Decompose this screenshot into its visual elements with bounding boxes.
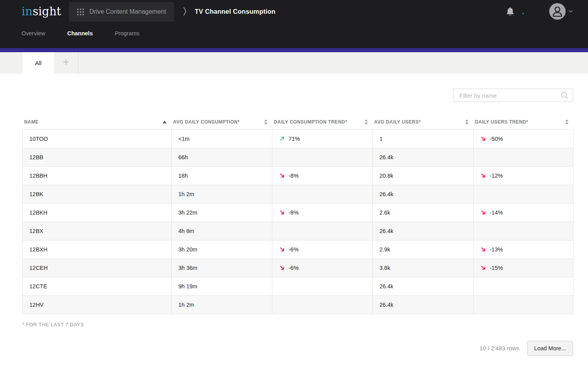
table-row[interactable]: 12CTE9h 19m26.4k xyxy=(23,277,573,295)
logo[interactable]: insight xyxy=(22,6,61,17)
table-row[interactable]: 12HV1h 2m26.4k xyxy=(23,295,573,314)
search-icon xyxy=(561,91,569,100)
trend-indicator: -14% xyxy=(480,209,569,216)
rows-count: 10 / 2'483 rows xyxy=(479,345,519,351)
trend-down-icon xyxy=(279,246,285,252)
trend-indicator: -6% xyxy=(279,246,368,253)
cell-avg-daily-consumption: 18h xyxy=(172,166,272,185)
column-label: AVG DAILY CONSUMPTION* xyxy=(173,119,240,125)
cell-daily-users-trend: -14% xyxy=(474,203,573,222)
cell-daily-users-trend: -12% xyxy=(474,166,573,185)
cell-daily-users-trend xyxy=(474,222,573,240)
table-row[interactable]: 12BXH3h 20m-6%2.9k-13% xyxy=(23,240,573,258)
cell-daily-users-trend xyxy=(474,295,573,314)
column-label: AVG DAILY USERS* xyxy=(374,119,421,125)
accent-bar xyxy=(0,48,588,52)
table-row[interactable]: 12BK1h 2m26.4k xyxy=(23,185,573,203)
cell-daily-users-trend xyxy=(474,185,573,203)
column-label: DAILY CONSUMPTION TREND* xyxy=(274,119,347,125)
cell-name: 12CTE xyxy=(23,277,172,295)
cell-name: 12BXH xyxy=(23,240,172,258)
cell-name: 12BKH xyxy=(23,203,172,222)
trend-indicator: -50% xyxy=(480,136,569,142)
table-row[interactable]: 10TOO<1m71%1-50% xyxy=(23,129,573,148)
cell-daily-consumption-trend: -8% xyxy=(272,166,373,185)
load-more-button[interactable]: Load More... xyxy=(527,341,573,356)
cell-daily-users-trend: -13% xyxy=(474,240,573,258)
main-content: NAMEAVG DAILY CONSUMPTION*DAILY CONSUMPT… xyxy=(0,89,588,356)
table-row[interactable]: 12BB66h26.4k xyxy=(23,148,573,166)
cell-name: 12BX xyxy=(23,222,172,240)
app-switcher-button[interactable]: Drive Content Management xyxy=(69,2,174,22)
cell-daily-consumption-trend xyxy=(272,185,373,203)
cell-avg-daily-users: 26.4k xyxy=(373,148,474,166)
column-header-name[interactable]: NAME xyxy=(23,115,172,129)
filter-input[interactable] xyxy=(454,89,573,102)
sort-asc-icon[interactable] xyxy=(163,120,167,123)
trend-down-icon xyxy=(480,173,486,178)
cell-avg-daily-users: 26.4k xyxy=(373,277,474,295)
sort-toggle-icon[interactable] xyxy=(565,119,568,124)
table-row[interactable]: 12BX4h 8m26.4k xyxy=(23,222,573,240)
cell-avg-daily-consumption: 1h 2m xyxy=(172,185,272,203)
logo-prefix: in xyxy=(22,5,33,18)
add-tab-button[interactable]: + xyxy=(54,52,78,74)
nav-item-overview[interactable]: Overview xyxy=(22,30,45,36)
cell-avg-daily-users: 26.4k xyxy=(373,222,474,240)
cell-avg-daily-consumption: 4h 8m xyxy=(172,222,272,240)
user-menu[interactable] xyxy=(549,3,573,20)
cell-name: 12CEH xyxy=(23,258,172,277)
table-row[interactable]: 12CEH3h 36m-6%3.8k-15% xyxy=(23,258,573,277)
notifications-bell-icon[interactable] xyxy=(506,7,515,16)
column-header-daily-consumption-trend[interactable]: DAILY CONSUMPTION TREND* xyxy=(272,115,373,129)
cell-daily-consumption-trend: -8% xyxy=(272,203,373,222)
app-header: insight Drive Content Management TV xyxy=(0,0,588,48)
cell-daily-users-trend xyxy=(474,148,573,166)
sort-toggle-icon[interactable] xyxy=(264,119,267,124)
trend-value: 71% xyxy=(289,136,300,142)
table-footnote: * FOR THE LAST 7 DAYS xyxy=(22,322,573,328)
app-root: insight Drive Content Management TV xyxy=(0,0,588,356)
column-label: DAILY USERS TREND* xyxy=(475,119,528,125)
nav-item-channels[interactable]: Channels xyxy=(67,30,93,36)
pagination: 10 / 2'483 rows Load More... xyxy=(22,341,573,356)
cell-daily-consumption-trend xyxy=(272,222,373,240)
trend-value: -14% xyxy=(490,209,503,216)
trend-indicator: -8% xyxy=(279,173,368,179)
trend-indicator: -6% xyxy=(279,265,368,271)
table-row[interactable]: 12BKH3h 22m-8%2.6k-14% xyxy=(23,203,573,222)
cell-avg-daily-users: 3.8k xyxy=(373,258,474,277)
cell-daily-consumption-trend: 71% xyxy=(272,129,373,148)
sort-toggle-icon[interactable] xyxy=(365,119,368,124)
cell-avg-daily-consumption: 66h xyxy=(172,148,272,166)
column-header-avg-daily-consumption[interactable]: AVG DAILY CONSUMPTION* xyxy=(172,115,272,129)
filter-row xyxy=(22,89,573,102)
topbar-row: insight Drive Content Management TV xyxy=(0,0,588,23)
cell-name: 12BB xyxy=(23,148,172,166)
trend-indicator: 71% xyxy=(279,136,368,142)
cell-daily-consumption-trend: -6% xyxy=(272,240,373,258)
cell-avg-daily-consumption: 3h 36m xyxy=(172,258,272,277)
cell-avg-daily-users: 20.8k xyxy=(373,166,474,185)
tab-strip: All + xyxy=(0,52,588,74)
cell-avg-daily-users: 26.4k xyxy=(373,185,474,203)
cell-avg-daily-consumption: 1h 2m xyxy=(172,295,272,314)
trend-down-icon xyxy=(279,209,285,215)
trend-up-icon xyxy=(279,136,285,142)
trend-indicator: -13% xyxy=(480,246,569,253)
page-title: TV Channel Consumption xyxy=(195,8,276,15)
trend-down-icon xyxy=(480,246,486,252)
column-header-daily-users-trend[interactable]: DAILY USERS TREND* xyxy=(474,115,573,129)
nav-item-programs[interactable]: Programs xyxy=(115,30,140,36)
cell-daily-consumption-trend: -6% xyxy=(272,258,373,277)
trend-indicator: -15% xyxy=(480,265,569,271)
table-row[interactable]: 12BBH18h-8%20.8k-12% xyxy=(23,166,573,185)
cell-daily-users-trend xyxy=(474,277,573,295)
column-label: NAME xyxy=(24,119,39,125)
cell-avg-daily-users: 2.6k xyxy=(373,203,474,222)
app-switcher-label: Drive Content Management xyxy=(89,8,166,15)
tab-all[interactable]: All xyxy=(22,52,54,74)
sort-toggle-icon[interactable] xyxy=(465,119,468,124)
cell-daily-consumption-trend xyxy=(272,295,373,314)
column-header-avg-daily-users[interactable]: AVG DAILY USERS* xyxy=(373,115,474,129)
